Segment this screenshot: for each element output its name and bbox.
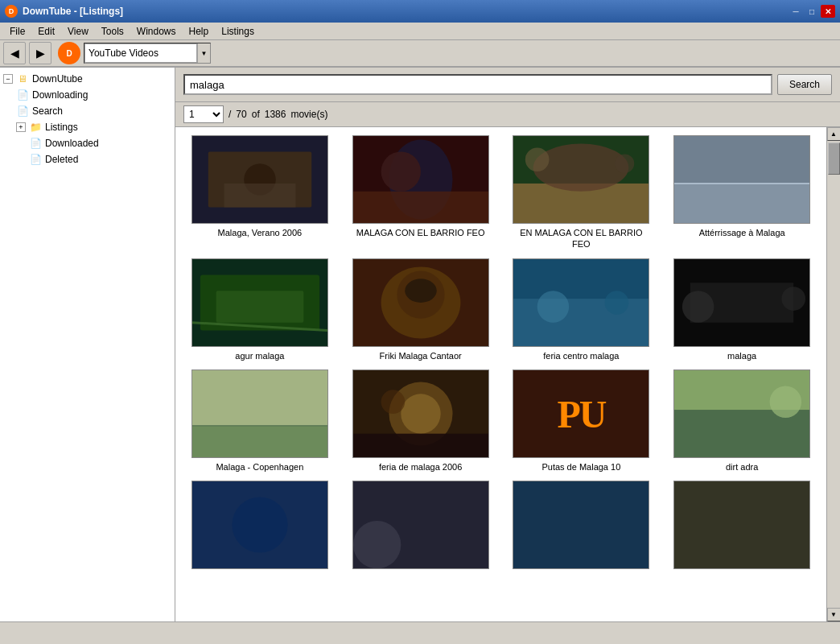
menu-help[interactable]: Help [183, 24, 216, 39]
svg-rect-6 [353, 192, 488, 224]
back-button[interactable]: ◀ [3, 42, 26, 64]
svg-point-7 [381, 151, 420, 191]
svg-rect-41 [353, 434, 488, 458]
svg-point-40 [401, 394, 440, 433]
video-item-2[interactable]: EN MALAGA CON EL BARRIO FEO [505, 135, 658, 250]
svg-point-28 [537, 291, 570, 323]
video-title-10: Putas de Malaga 10 [541, 461, 620, 473]
page-icon-deleted: 📄 [29, 153, 42, 166]
sidebar-item-downutube[interactable]: − 🖥 DownUtube [0, 71, 175, 87]
menu-listings[interactable]: Listings [215, 24, 261, 39]
app-logo-btn[interactable]: D [58, 42, 80, 64]
video-title-1: MALAGA CON EL BARRIO FEO [356, 227, 485, 238]
video-item-11[interactable]: dirt adra [665, 369, 818, 473]
main-layout: − 🖥 DownUtube 📄 Downloading 📄 Search + 📁… [0, 68, 840, 621]
source-dropdown[interactable]: YouTube Videos [84, 43, 197, 63]
svg-rect-19 [216, 291, 304, 323]
scroll-up-button[interactable]: ▲ [827, 127, 841, 141]
minimize-button[interactable]: ─ [789, 5, 803, 18]
svg-rect-36 [192, 370, 327, 426]
sidebar-item-downloaded[interactable]: 📄 Downloaded [0, 135, 175, 151]
search-button[interactable]: Search [777, 74, 832, 95]
svg-point-11 [525, 147, 550, 171]
svg-point-29 [605, 291, 629, 315]
video-item-15[interactable] [665, 481, 818, 572]
video-item-7[interactable]: malaga [665, 258, 818, 361]
video-title-5: Friki Malaga Cantaor [380, 350, 462, 361]
of-text: of [252, 109, 260, 120]
menu-bar: File Edit View Tools Windows Help Listin… [0, 23, 840, 40]
video-title-3: Attérrissage à Malaga [699, 227, 785, 238]
menu-file[interactable]: File [3, 24, 31, 39]
status-bar [0, 621, 840, 644]
page-icon-downloading: 📄 [16, 89, 29, 101]
video-item-10[interactable]: PU Putas de Malaga 10 [505, 369, 658, 473]
menu-windows[interactable]: Windows [130, 24, 183, 39]
sidebar-label-downloaded: Downloaded [45, 138, 99, 149]
svg-rect-14 [674, 136, 809, 184]
folder-icon: 🖥 [16, 72, 29, 85]
svg-rect-27 [513, 299, 649, 346]
menu-tools[interactable]: Tools [95, 24, 130, 39]
video-thumb-13 [352, 481, 489, 569]
svg-point-24 [405, 279, 437, 303]
sidebar-label-search: Search [32, 105, 63, 117]
video-thumb-5 [352, 258, 489, 347]
video-item-6[interactable]: feria centro malaga [505, 258, 658, 361]
video-title-0: Malaga, Verano 2006 [218, 227, 303, 238]
svg-point-10 [533, 144, 629, 192]
scroll-thumb[interactable] [828, 142, 840, 175]
total-pages: 70 [236, 109, 246, 120]
items-suffix: movie(s) [290, 109, 327, 120]
svg-rect-15 [674, 184, 809, 223]
video-thumb-8 [191, 369, 328, 458]
tree-toggle-listings[interactable]: + [16, 122, 26, 132]
window-controls: ─ □ ✕ [789, 5, 835, 18]
video-item-1[interactable]: MALAGA CON EL BARRIO FEO [344, 135, 497, 250]
video-title-6: feria centro malaga [543, 350, 619, 361]
search-bar: Search [175, 68, 840, 102]
video-item-8[interactable]: Malaga - Copenhagen [183, 369, 336, 473]
svg-rect-35 [192, 426, 327, 458]
scroll-down-button[interactable]: ▼ [827, 608, 841, 621]
video-thumb-6 [513, 258, 649, 347]
video-item-0[interactable]: Malaga, Verano 2006 [183, 135, 336, 250]
sidebar-item-listings[interactable]: + 📁 Listings [0, 119, 175, 135]
sidebar-item-deleted[interactable]: 📄 Deleted [0, 151, 175, 167]
tree-toggle-downutube[interactable]: − [3, 74, 13, 84]
close-button[interactable]: ✕ [821, 5, 835, 18]
content-area: Search 1 / 70 of 1386 movie(s) [175, 68, 840, 621]
video-item-14[interactable] [505, 481, 658, 572]
video-item-3[interactable]: Attérrissage à Malaga [665, 135, 818, 250]
svg-point-54 [353, 521, 401, 568]
video-item-9[interactable]: feria de malaga 2006 [344, 369, 497, 473]
video-item-5[interactable]: Friki Malaga Cantaor [344, 258, 497, 361]
title-bar: D DownTube - [Listings] ─ □ ✕ [0, 0, 840, 23]
video-title-4: agur malaga [235, 350, 284, 361]
search-input[interactable] [183, 74, 772, 95]
app-icon: D [5, 5, 18, 18]
sidebar-item-search[interactable]: 📄 Search [0, 103, 175, 119]
video-item-13[interactable] [344, 481, 497, 572]
menu-view[interactable]: View [61, 24, 95, 39]
menu-edit[interactable]: Edit [31, 24, 61, 39]
restore-button[interactable]: □ [805, 5, 819, 18]
video-thumb-3 [673, 135, 810, 224]
page-icon-search: 📄 [16, 105, 29, 118]
svg-point-12 [616, 154, 635, 173]
scrollbar: ▲ ▼ [826, 127, 840, 621]
total-items: 1386 [265, 109, 286, 120]
svg-rect-56 [513, 481, 649, 569]
sidebar-label-deleted: Deleted [45, 154, 78, 165]
sidebar-item-downloading[interactable]: 📄 Downloading [0, 87, 175, 103]
video-thumb-15 [673, 481, 810, 569]
video-thumb-14 [513, 481, 649, 569]
dropdown-arrow-icon[interactable]: ▼ [197, 43, 210, 63]
video-item-12[interactable] [183, 481, 336, 572]
video-thumb-4 [191, 258, 328, 347]
video-item-4[interactable]: agur malaga [183, 258, 336, 361]
video-title-9: feria de malaga 2006 [379, 461, 462, 473]
video-thumb-0 [191, 135, 328, 224]
page-select[interactable]: 1 [183, 105, 224, 123]
forward-button[interactable]: ▶ [29, 42, 51, 64]
